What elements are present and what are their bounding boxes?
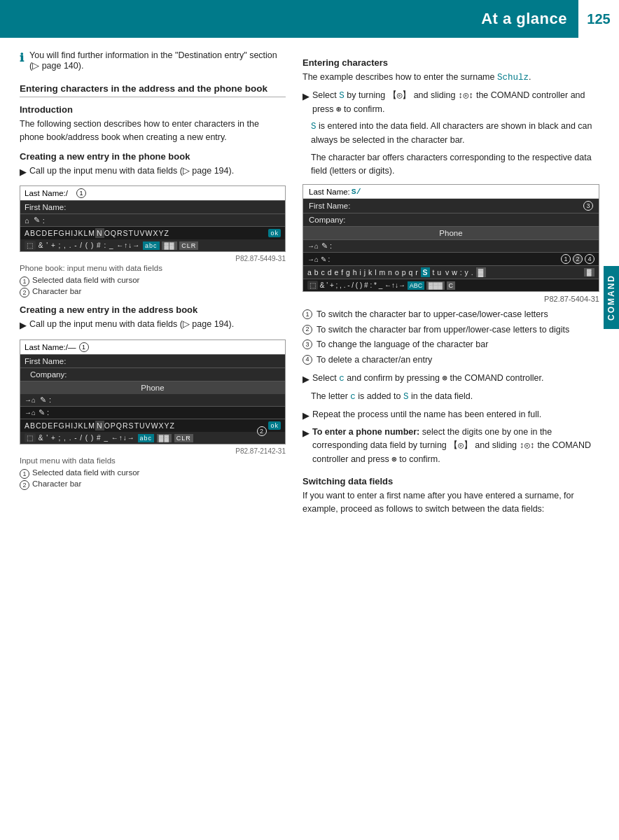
- arrow-icon-1: ▶: [20, 165, 27, 179]
- num-circle-2: 2: [302, 325, 312, 335]
- phone-book-arrow-item: ▶ Call up the input menu with data field…: [20, 164, 286, 179]
- addressbook-cursor-badge: 1: [79, 342, 89, 352]
- surname-period: .: [529, 72, 531, 82]
- left-section-heading: Entering characters in the address and t…: [20, 83, 286, 97]
- num-item-2: 2 To switch the character bar from upper…: [302, 324, 599, 337]
- caption2-text2: Character bar: [32, 479, 81, 490]
- sc3-chars-lower: ⬚ & ' + ; , . - / ( ) # : * _ ←↑↓→ ABC ▓…: [307, 281, 455, 289]
- caption2-num1: 1: [20, 469, 29, 479]
- phonebook-char-bar-upper[interactable]: ABCDEFGHIJKLMNOQRSTUVWXYZ ok: [20, 227, 285, 239]
- phonebook-controls-row: ⌂ ✎ :: [20, 214, 285, 227]
- sc3-arrow-home2: →⌂ ✎ :: [307, 255, 330, 263]
- caption1-text2: Character bar: [32, 287, 81, 298]
- addressbook-colon2: ✎ :: [39, 408, 49, 417]
- sc3-controls-row2: →⌂ ✎ : 1 2 4: [303, 253, 599, 266]
- caption1-num1: 1: [20, 276, 29, 286]
- phonebook-char-bar-lower[interactable]: ⬚ & ' + ; , . - / ( ) # : _ ←↑↓→ abc ▓▓ …: [20, 239, 285, 251]
- sc3-arrow-home: →⌂: [307, 242, 319, 250]
- addressbook-colon: :: [49, 396, 51, 404]
- sc3-block-badge: ▓: [584, 268, 594, 276]
- addressbook-arrows: →⌂: [25, 396, 36, 404]
- entering-heading: Entering characters: [302, 57, 599, 68]
- ok-badge-1[interactable]: ok: [268, 229, 281, 237]
- screenshot-addressbook: Last Name:/— 1 First Name: Company: Phon…: [20, 340, 286, 444]
- step1-content: Select S by turning 【◎】 and sliding ↕◎↕ …: [312, 89, 599, 117]
- num-text-4: To delete a character/an entry: [317, 354, 432, 367]
- intro-heading: Introduction: [20, 104, 286, 115]
- address-book-heading: Creating a new entry in the address book: [20, 304, 286, 315]
- sc3-company-row: Company:: [303, 214, 599, 227]
- caption1-text1: Selected data field with cursor: [32, 276, 139, 286]
- phonebook-colon: :: [43, 216, 45, 225]
- sc3-chars-alpha: a b c d e f g h i j k l m n o p q r S t …: [307, 268, 486, 276]
- phonebook-firstname-label: First Name:: [25, 203, 74, 211]
- entering-intro-text: The example describes how to enter the s…: [302, 72, 494, 82]
- num-text-3: To change the language of the character …: [317, 339, 488, 351]
- switching-text: If you want to enter a first name after …: [302, 489, 599, 516]
- step4-item: ▶ To enter a phone number: select the di…: [302, 426, 599, 466]
- sc3-lastname-row: Last Name: S/: [303, 185, 599, 199]
- step3-text: Repeat the process until the name has be…: [312, 408, 541, 423]
- phonebook-row-firstname: First Name:: [20, 201, 285, 214]
- phonebook-edit-icon: ✎: [34, 216, 40, 225]
- screenshot1-caption: Phone book: input menu with data fields: [20, 262, 286, 274]
- addressbook-row-lastname: Last Name:/— 1: [20, 340, 285, 355]
- caption2-num2: 2: [20, 480, 29, 490]
- clr-badge-1[interactable]: CLR: [179, 241, 198, 250]
- step2-letter: c: [339, 374, 345, 384]
- num-item-1: 1 To switch the character bar to upper-c…: [302, 309, 599, 321]
- phone-book-arrow-text: Call up the input menu with data fields …: [29, 164, 234, 179]
- addressbook-arrows2: →⌂: [25, 409, 36, 416]
- num-text-2: To switch the character bar from upper/l…: [317, 324, 569, 337]
- step4-content: To enter a phone number: select the digi…: [312, 426, 599, 466]
- sc3-controls-row: →⌂ ✎ :: [303, 240, 599, 253]
- sc3-firstname-row: First Name: 3: [303, 199, 599, 214]
- caption2-item1: 1 Selected data field with cursor: [20, 468, 286, 479]
- sc3-badge4: 4: [585, 254, 594, 264]
- sc3-char-alpha[interactable]: a b c d e f g h i j k l m n o p q r S t …: [303, 266, 599, 279]
- comand-side-tab: COMAND: [604, 266, 619, 329]
- ok-badge-2[interactable]: ok: [268, 421, 281, 430]
- p82-ref-1: P82.87-5449-31: [20, 255, 286, 262]
- address-book-arrow-item: ▶ Call up the input menu with data field…: [20, 318, 286, 332]
- info-text: You will find further information in the…: [29, 50, 286, 71]
- sc3-company-label: Company:: [309, 216, 345, 224]
- page-header: At a glance 125: [0, 0, 619, 38]
- step1-note: The character bar offers characters corr…: [302, 151, 599, 178]
- page-number: 125: [578, 0, 619, 38]
- screenshot-entering: Last Name: S/ First Name: 3 Company: Pho…: [302, 184, 599, 292]
- step3-item: ▶ Repeat the process until the name has …: [302, 408, 599, 423]
- intro-text: The following section describes how to e…: [20, 118, 286, 144]
- header-title: At a glance: [481, 10, 578, 28]
- arrow-icon-2: ▶: [20, 318, 27, 332]
- sc3-edit-icon: ✎ :: [321, 241, 332, 251]
- main-content: ℹ You will find further information in t…: [0, 38, 619, 533]
- phonebook-row-lastname: Last Name:/ 1: [20, 186, 285, 201]
- num-text-1: To switch the character bar to upper-cas…: [317, 309, 548, 321]
- sc3-firstname-label: First Name:: [309, 202, 350, 210]
- step2-result: The letter c is added to S in the data f…: [302, 390, 599, 404]
- phonebook-chars-lower: ⬚ & ' + ; , . - / ( ) # : _ ←↑↓→ abc ▓▓ …: [25, 241, 198, 249]
- sc3-char-lower[interactable]: ⬚ & ' + ; , . - / ( ) # : * _ ←↑↓→ ABC ▓…: [303, 279, 599, 291]
- arrow-icon-step1: ▶: [302, 90, 310, 117]
- addressbook-chars-upper: ABCDEFGHIJKLMNOPQRSTUVWXYZ: [25, 421, 175, 430]
- right-column: Entering characters The example describe…: [302, 50, 599, 520]
- caption1-item2: 2 Character bar: [20, 287, 286, 298]
- clr-badge-2[interactable]: CLR: [174, 434, 193, 442]
- sc3-phone-row: Phone: [303, 227, 599, 240]
- addressbook-char-bar-upper[interactable]: ABCDEFGHIJKLMNOPQRSTUVWXYZ ok: [20, 419, 285, 432]
- addressbook-char-bar-lower[interactable]: ⬚ & ' + ; , . - / ( ) # _ ←↑↓→ abc ▓▓ CL…: [20, 432, 285, 444]
- sc3-badges-row: 1 2 4: [561, 254, 594, 264]
- header-title-box: At a glance 125: [481, 0, 619, 38]
- addressbook-phone-row: Phone: [20, 382, 285, 394]
- step1-item: ▶ Select S by turning 【◎】 and sliding ↕◎…: [302, 89, 599, 117]
- phonebook-lastname-label: Last Name:/: [25, 189, 74, 197]
- addressbook-company-label: Company:: [30, 370, 79, 379]
- num-circle-1: 1: [302, 309, 312, 319]
- sc3-lastname-value: S/: [352, 187, 361, 196]
- info-box: ℹ You will find further information in t…: [20, 50, 286, 71]
- addressbook-row-company: Company:: [20, 368, 285, 382]
- addressbook-row-firstname: First Name:: [20, 355, 285, 368]
- step2-content: Select c and confirm by pressing ⊛ the C…: [312, 372, 544, 386]
- surname-text: Schulz: [497, 73, 529, 83]
